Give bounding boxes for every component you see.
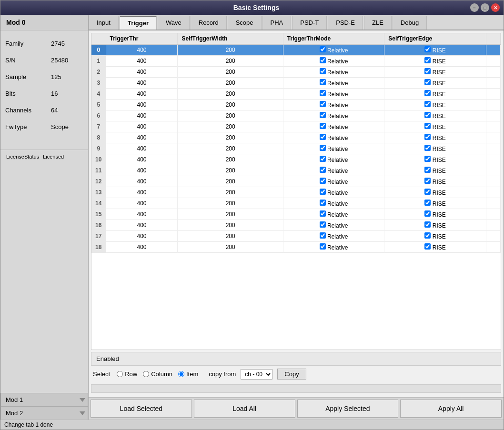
mode-checkbox[interactable] — [320, 145, 326, 151]
edge-cell[interactable]: RISE — [384, 100, 486, 110]
mode-checkbox[interactable] — [320, 178, 326, 184]
edge-cell[interactable]: RISE — [384, 242, 486, 253]
mode-checkbox[interactable] — [320, 134, 326, 140]
thr-cell[interactable]: 400 — [106, 56, 178, 67]
edge-cell[interactable]: RISE — [384, 231, 486, 242]
thr-cell[interactable]: 400 — [106, 176, 178, 187]
table-row[interactable]: 4 400 200 Relative RISE — [91, 89, 501, 100]
mode-checkbox[interactable] — [320, 200, 326, 206]
table-row[interactable]: 5 400 200 Relative RISE — [91, 100, 501, 110]
checked-cell[interactable]: Relative — [283, 56, 384, 67]
mod1-tab[interactable]: Mod 1 — [0, 393, 88, 406]
edge-checkbox[interactable] — [424, 134, 431, 140]
checked-cell[interactable]: Relative — [283, 143, 384, 154]
edge-checkbox[interactable] — [424, 145, 431, 151]
mode-checkbox[interactable] — [320, 112, 326, 118]
edge-cell[interactable]: RISE — [384, 56, 486, 67]
mode-checkbox[interactable] — [320, 68, 326, 74]
minimize-button[interactable]: − — [470, 3, 479, 12]
edge-checkbox[interactable] — [424, 57, 431, 63]
thr-cell[interactable]: 400 — [106, 187, 178, 198]
table-row[interactable]: 9 400 200 Relative RISE — [91, 143, 501, 154]
thr-cell[interactable]: 400 — [106, 154, 178, 165]
edge-checkbox[interactable] — [424, 79, 431, 85]
edge-cell[interactable]: RISE — [384, 187, 486, 198]
edge-cell[interactable]: RISE — [384, 44, 486, 56]
edge-checkbox[interactable] — [424, 189, 431, 195]
mode-checkbox[interactable] — [320, 232, 326, 239]
tab-debug[interactable]: Debug — [393, 16, 427, 30]
edge-cell[interactable]: RISE — [384, 78, 486, 89]
checked-cell[interactable]: Relative — [283, 100, 384, 110]
checked-cell[interactable]: Relative — [283, 121, 384, 132]
tab-trigger[interactable]: Trigger — [120, 16, 157, 30]
checked-cell[interactable]: Relative — [283, 242, 384, 253]
table-row[interactable]: 0 400 200 Relative RISE — [91, 44, 501, 56]
load-selected-button[interactable]: Load Selected — [91, 400, 192, 418]
edge-cell[interactable]: RISE — [384, 165, 486, 176]
radio-column-input[interactable] — [143, 371, 149, 377]
tab-zle[interactable]: ZLE — [364, 16, 392, 30]
edge-checkbox[interactable] — [424, 101, 431, 107]
mode-checkbox[interactable] — [320, 101, 326, 107]
edge-checkbox[interactable] — [424, 112, 431, 118]
edge-cell[interactable]: RISE — [384, 143, 486, 154]
checked-cell[interactable]: Relative — [283, 176, 384, 187]
table-row[interactable]: 1 400 200 Relative RISE — [91, 56, 501, 67]
edge-checkbox[interactable] — [424, 46, 431, 52]
checked-cell[interactable]: Relative — [283, 154, 384, 165]
checked-cell[interactable]: Relative — [283, 110, 384, 121]
edge-cell[interactable]: RISE — [384, 176, 486, 187]
apply-all-button[interactable]: Apply All — [400, 400, 502, 418]
edge-checkbox[interactable] — [424, 200, 431, 206]
radio-row-input[interactable] — [117, 371, 123, 377]
checked-cell[interactable]: Relative — [283, 231, 384, 242]
tab-pha[interactable]: PHA — [262, 16, 292, 30]
edge-cell[interactable]: RISE — [384, 198, 486, 209]
mode-checkbox[interactable] — [320, 221, 326, 228]
table-row[interactable]: 15 400 200 Relative RISE — [91, 209, 501, 220]
table-row[interactable]: 7 400 200 Relative RISE — [91, 121, 501, 132]
checked-cell[interactable]: Relative — [283, 187, 384, 198]
table-row[interactable]: 14 400 200 Relative RISE — [91, 198, 501, 209]
edge-checkbox[interactable] — [424, 123, 431, 129]
thr-cell[interactable]: 400 — [106, 100, 178, 110]
thr-cell[interactable]: 400 — [106, 121, 178, 132]
mode-checkbox[interactable] — [320, 210, 326, 217]
edge-cell[interactable]: RISE — [384, 89, 486, 100]
load-all-button[interactable]: Load All — [194, 400, 295, 418]
checked-cell[interactable]: Relative — [283, 89, 384, 100]
table-row[interactable]: 12 400 200 Relative RISE — [91, 176, 501, 187]
close-button[interactable]: ✕ — [491, 3, 500, 12]
thr-cell[interactable]: 400 — [106, 165, 178, 176]
mod2-tab[interactable]: Mod 2 — [0, 406, 88, 420]
table-row[interactable]: 16 400 200 Relative RISE — [91, 220, 501, 231]
mode-checkbox[interactable] — [320, 123, 326, 129]
apply-selected-button[interactable]: Apply Selected — [297, 400, 399, 418]
radio-item[interactable]: Item — [178, 370, 198, 378]
table-row[interactable]: 6 400 200 Relative RISE — [91, 110, 501, 121]
checked-cell[interactable]: Relative — [283, 67, 384, 78]
edge-cell[interactable]: RISE — [384, 121, 486, 132]
table-row[interactable]: 18 400 200 Relative RISE — [91, 242, 501, 253]
thr-cell[interactable]: 400 — [106, 242, 178, 253]
thr-cell[interactable]: 400 — [106, 110, 178, 121]
thr-cell[interactable]: 400 — [106, 220, 178, 231]
checked-cell[interactable]: Relative — [283, 220, 384, 231]
radio-column[interactable]: Column — [143, 370, 172, 378]
thr-cell[interactable]: 400 — [106, 67, 178, 78]
edge-cell[interactable]: RISE — [384, 154, 486, 165]
table-row[interactable]: 11 400 200 Relative RISE — [91, 165, 501, 176]
thr-cell[interactable]: 400 — [106, 209, 178, 220]
edge-cell[interactable]: RISE — [384, 209, 486, 220]
thr-cell[interactable]: 400 — [106, 89, 178, 100]
table-row[interactable]: 2 400 200 Relative RISE — [91, 67, 501, 78]
checked-cell[interactable]: Relative — [283, 44, 384, 56]
table-row[interactable]: 17 400 200 Relative RISE — [91, 231, 501, 242]
tab-wave[interactable]: Wave — [158, 16, 190, 30]
tab-record[interactable]: Record — [191, 16, 227, 30]
table-row[interactable]: 3 400 200 Relative RISE — [91, 78, 501, 89]
mode-checkbox[interactable] — [320, 189, 326, 195]
tab-input[interactable]: Input — [89, 16, 119, 30]
maximize-button[interactable]: □ — [481, 3, 489, 12]
